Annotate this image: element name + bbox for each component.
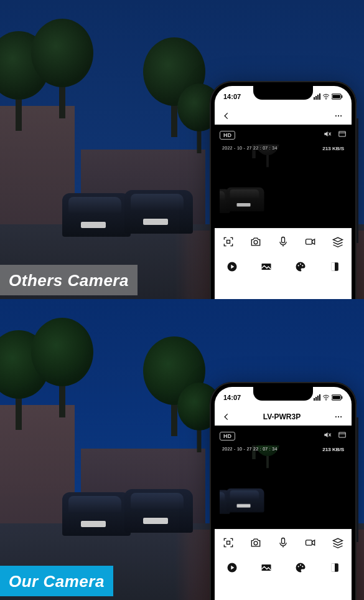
back-button[interactable]	[222, 112, 231, 120]
wifi-icon	[322, 394, 330, 401]
mic-icon[interactable]	[277, 236, 289, 248]
svg-rect-11	[282, 237, 285, 242]
svg-rect-19	[331, 262, 335, 270]
svg-rect-29	[227, 541, 230, 544]
video-icon[interactable]	[304, 536, 317, 549]
svg-point-37	[302, 566, 303, 567]
svg-point-16	[299, 264, 301, 265]
svg-point-5	[338, 115, 339, 117]
contrast-icon[interactable]	[329, 561, 341, 574]
video-feed-grayscale[interactable]: 2022 - 10 - 27 22 : 07 : 34 213 KB/S	[220, 145, 347, 226]
clock: 14:07	[223, 93, 241, 100]
svg-rect-39	[331, 563, 335, 571]
svg-point-6	[340, 115, 342, 117]
fullscreen-icon[interactable]	[338, 431, 347, 442]
speaker-mute-icon[interactable]	[323, 431, 332, 442]
svg-rect-3	[342, 95, 342, 98]
palette-icon[interactable]	[294, 561, 307, 574]
svg-point-24	[335, 416, 337, 417]
hd-badge[interactable]: HD	[220, 131, 235, 140]
panel-others: Others Camera 14:07 HD	[0, 0, 364, 299]
svg-rect-2	[332, 95, 340, 98]
svg-point-30	[254, 541, 258, 545]
play-icon[interactable]	[226, 260, 238, 273]
phone-mockup-others: 14:07 HD	[210, 81, 357, 299]
contrast-icon[interactable]	[329, 260, 341, 273]
feed-bitrate: 213 KB/S	[322, 447, 344, 452]
svg-point-20	[325, 399, 327, 401]
layers-icon[interactable]	[332, 236, 344, 248]
camera-icon[interactable]	[250, 236, 262, 248]
mic-icon[interactable]	[277, 536, 289, 549]
svg-rect-32	[306, 540, 312, 545]
svg-point-4	[335, 115, 337, 117]
toolbar-secondary	[215, 555, 352, 580]
signal-icon	[314, 93, 320, 100]
svg-point-26	[340, 416, 342, 417]
hd-badge[interactable]: HD	[220, 432, 235, 440]
back-button[interactable]	[222, 412, 231, 421]
clock: 14:07	[223, 394, 241, 401]
battery-icon	[332, 93, 343, 100]
video-feed-color[interactable]: 2022 - 10 - 27 22 : 07 : 34 213 KB/S	[220, 445, 347, 526]
svg-point-25	[338, 416, 339, 417]
focus-icon[interactable]	[222, 236, 235, 248]
svg-point-17	[302, 265, 303, 266]
phone-notch	[253, 387, 313, 401]
toolbar-secondary	[215, 254, 352, 279]
device-title: LV-PWR3P	[263, 412, 301, 421]
feed-timestamp: 2022 - 10 - 27 22 : 07 : 34	[222, 146, 278, 150]
gallery-icon[interactable]	[260, 561, 273, 574]
feed-bitrate: 213 KB/S	[322, 146, 344, 151]
focus-icon[interactable]	[222, 536, 235, 549]
nav-bar: LV-PWR3P	[215, 408, 352, 426]
signal-icon	[314, 394, 320, 401]
caption-others: Others Camera	[0, 265, 138, 295]
camera-icon[interactable]	[250, 536, 262, 549]
phone-notch	[253, 86, 313, 100]
svg-rect-9	[227, 240, 230, 243]
svg-point-10	[254, 240, 258, 244]
battery-icon	[332, 394, 343, 401]
speaker-mute-icon[interactable]	[323, 130, 332, 141]
video-viewer: HD 2022 - 10 - 27 22 : 07 : 34 213 KB/S	[215, 426, 352, 529]
svg-rect-22	[332, 396, 340, 399]
fullscreen-icon[interactable]	[338, 130, 347, 141]
palette-icon[interactable]	[294, 260, 307, 273]
phone-mockup-ours: 14:07 LV-PWR3P HD	[210, 382, 357, 600]
feed-timestamp: 2022 - 10 - 27 22 : 07 : 34	[222, 447, 278, 451]
panel-ours: Our Camera 14:07 LV-PWR3P HD	[0, 299, 364, 600]
video-icon[interactable]	[304, 236, 317, 248]
nav-bar	[215, 107, 352, 125]
svg-point-0	[325, 98, 327, 100]
more-button[interactable]	[333, 412, 344, 421]
layers-icon[interactable]	[332, 536, 344, 549]
svg-rect-7	[339, 131, 346, 136]
toolbar-primary	[215, 529, 352, 555]
svg-point-15	[297, 265, 299, 266]
caption-ours: Our Camera	[0, 566, 113, 596]
gallery-icon[interactable]	[260, 260, 273, 273]
svg-rect-31	[282, 538, 285, 543]
svg-point-36	[299, 564, 301, 566]
more-button[interactable]	[333, 112, 344, 120]
video-viewer: HD 2022 - 10 - 27 22 : 07 : 34 213 KB/S	[215, 125, 352, 228]
svg-rect-23	[342, 396, 342, 399]
svg-rect-12	[306, 239, 312, 244]
toolbar-primary	[215, 228, 352, 254]
svg-rect-27	[339, 432, 346, 437]
svg-point-35	[297, 566, 299, 567]
wifi-icon	[322, 93, 330, 100]
play-icon[interactable]	[226, 561, 238, 574]
